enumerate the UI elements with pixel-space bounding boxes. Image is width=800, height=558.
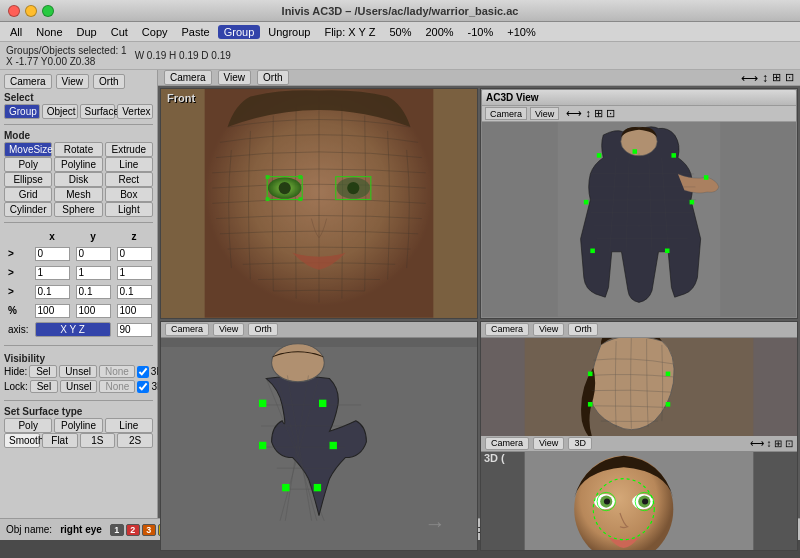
left-orth-btn[interactable]: Orth [568, 323, 598, 336]
mesh-btn[interactable]: Mesh [54, 187, 102, 202]
box-btn[interactable]: Box [105, 187, 153, 202]
top-orth-btn[interactable]: Orth [248, 323, 278, 336]
lock-sel-btn[interactable]: Sel [30, 380, 58, 393]
rect-btn[interactable]: Rect [105, 172, 153, 187]
row3-y[interactable] [76, 285, 111, 299]
1s-btn[interactable]: 1S [80, 433, 116, 448]
menu-all[interactable]: All [4, 25, 28, 39]
smooth-btn[interactable]: Smooth [4, 433, 40, 448]
row2-z[interactable] [117, 266, 152, 280]
3d-view-btn[interactable]: View [533, 437, 564, 450]
vis-3d-checkbox[interactable] [137, 366, 149, 378]
lock-none-btn[interactable]: None [99, 380, 135, 393]
polyline-btn[interactable]: Polyline [54, 157, 102, 172]
row3-z[interactable] [117, 285, 152, 299]
top-cam-btn[interactable]: Camera [165, 323, 209, 336]
ellipse-btn[interactable]: Ellipse [4, 172, 52, 187]
sphere-btn[interactable]: Sphere [54, 202, 102, 217]
layer-1[interactable]: 1 [110, 524, 124, 536]
ac3d-camera[interactable]: Camera [485, 107, 527, 120]
menu-none[interactable]: None [30, 25, 68, 39]
nav-icon1[interactable]: ⟷ [741, 71, 758, 85]
surf-line-btn[interactable]: Line [105, 418, 153, 433]
3d-cam-btn[interactable]: Camera [485, 437, 529, 450]
select-group-btn[interactable]: Group [4, 104, 40, 119]
select-object-btn[interactable]: Object [42, 104, 78, 119]
nav-icon3[interactable]: ⊞ [772, 71, 781, 84]
minimize-button[interactable] [25, 5, 37, 17]
row4-y[interactable] [76, 304, 111, 318]
surf-polyline-btn[interactable]: Polyline [54, 418, 102, 433]
orth-btn[interactable]: Orth [93, 74, 124, 89]
front-label: Front [167, 92, 195, 104]
extrude-btn[interactable]: Extrude [105, 142, 153, 157]
row2-x[interactable] [35, 266, 70, 280]
rotate-btn[interactable]: Rotate [54, 142, 102, 157]
top-view-btn[interactable]: View [213, 323, 244, 336]
left-cam-btn[interactable]: Camera [485, 323, 529, 336]
camera-btn[interactable]: Camera [4, 74, 52, 89]
surf-poly-btn[interactable]: Poly [4, 418, 52, 433]
row1-z[interactable] [117, 247, 152, 261]
ac3d-view[interactable]: View [530, 107, 559, 120]
line-btn[interactable]: Line [105, 157, 153, 172]
close-button[interactable] [8, 5, 20, 17]
maximize-button[interactable] [42, 5, 54, 17]
left-viewport[interactable]: Left ( Camera View Orth [480, 321, 798, 552]
vp-orth-btn[interactable]: Orth [257, 70, 288, 85]
left-view-btn[interactable]: View [533, 323, 564, 336]
menu-cut[interactable]: Cut [105, 25, 134, 39]
disk-btn[interactable]: Disk [54, 172, 102, 187]
select-surface-btn[interactable]: Surface [80, 104, 116, 119]
row4-x[interactable] [35, 304, 70, 318]
status-line3: W 0.19 H 0.19 D 0.19 [135, 50, 231, 61]
light-btn[interactable]: Light [105, 202, 153, 217]
view-btn[interactable]: View [56, 74, 90, 89]
select-vertex-btn[interactable]: Vertex [117, 104, 153, 119]
menu-copy[interactable]: Copy [136, 25, 174, 39]
rotate-degrees[interactable] [117, 323, 152, 337]
menu-paste[interactable]: Paste [176, 25, 216, 39]
axis-xyz-btn[interactable]: X Y Z [35, 322, 111, 337]
row3-symbol: > [6, 283, 31, 300]
nav-icon2[interactable]: ↕ [762, 71, 768, 85]
layer-3[interactable]: 3 [142, 524, 156, 536]
hide-sel-btn[interactable]: Sel [29, 365, 57, 378]
menu-200[interactable]: 200% [419, 25, 459, 39]
movesize-btn[interactable]: MoveSize [4, 142, 52, 157]
3d-nav-icons: ⟷ ↕ ⊞ ⊡ [750, 438, 793, 449]
poly-btn[interactable]: Poly [4, 157, 52, 172]
menu-group[interactable]: Group [218, 25, 261, 39]
menu-dup[interactable]: Dup [71, 25, 103, 39]
row1-x[interactable] [35, 247, 70, 261]
ac3d-viewport-content[interactable] [482, 122, 796, 317]
row2-y[interactable] [76, 266, 111, 280]
vp-view-btn[interactable]: View [218, 70, 252, 85]
svg-rect-10 [298, 197, 302, 201]
flat-btn[interactable]: Flat [42, 433, 78, 448]
hide-none-btn[interactable]: None [99, 365, 135, 378]
front-viewport[interactable]: Front [160, 88, 478, 319]
menu-flip[interactable]: Flip: X Y Z [318, 25, 381, 39]
svg-point-63 [642, 498, 648, 504]
cylinder-btn[interactable]: Cylinder [4, 202, 52, 217]
grid-btn[interactable]: Grid [4, 187, 52, 202]
row1-y[interactable] [76, 247, 111, 261]
menu-plus10[interactable]: +10% [501, 25, 541, 39]
menu-50[interactable]: 50% [383, 25, 417, 39]
hide-unsel-btn[interactable]: Unsel [59, 365, 97, 378]
lock-unsel-btn[interactable]: Unsel [60, 380, 98, 393]
right-viewport[interactable]: Right (zy) AC3D View Camera View ⟷ ↕ ⊞ ⊡ [480, 88, 798, 319]
lock-3d-checkbox[interactable] [137, 381, 149, 393]
2s-btn[interactable]: 2S [117, 433, 153, 448]
nav-icon4[interactable]: ⊡ [785, 71, 794, 84]
3d-mode-btn[interactable]: 3D [568, 437, 592, 450]
ac3d-title-text: AC3D View [486, 92, 539, 103]
vp-camera-btn[interactable]: Camera [164, 70, 212, 85]
row4-z[interactable] [117, 304, 152, 318]
layer-2[interactable]: 2 [126, 524, 140, 536]
menu-ungroup[interactable]: Ungroup [262, 25, 316, 39]
menu-minus10[interactable]: -10% [462, 25, 500, 39]
row3-x[interactable] [35, 285, 70, 299]
top-viewport[interactable]: Top (xz) Camera View Orth [160, 321, 478, 552]
